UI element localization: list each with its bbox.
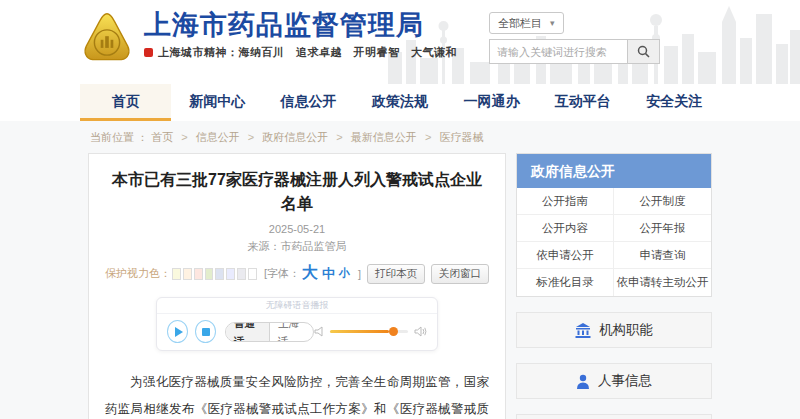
eye-color-swatch-4[interactable] [205,268,214,280]
site-header: 上海市药品监督管理局 上海城市精神：海纳百川 追求卓越 开明睿智 大气谦和 全部… [0,0,800,84]
breadcrumb-home[interactable]: 首页 [151,131,173,143]
eye-color-swatch-1[interactable] [172,268,181,280]
gov-info-panel-title: 政府信息公开 [517,154,711,188]
search-input[interactable] [489,39,627,64]
breadcrumb-separator: > [181,131,187,143]
close-window-button[interactable]: 关闭窗口 [431,264,489,284]
stop-icon [202,328,210,336]
volume-thumb[interactable] [389,327,398,336]
site-title: 上海市药品监督管理局 [144,10,457,40]
breadcrumb-prefix: 当前位置 ： [90,131,148,143]
sidebar-box-label: 人事信息 [598,372,652,390]
article-date: 2025-05-21 [105,223,489,235]
search-button[interactable] [627,39,660,64]
eye-color-swatch-6[interactable] [226,268,235,280]
red-square-icon [144,48,153,57]
sidebar-box-label: 机构职能 [599,321,653,339]
font-size-medium-button[interactable]: 中 [322,265,335,283]
gov-info-panel: 政府信息公开 公开指南 公开制度 公开内容 公开年报 依申请公开 申请查询 标准… [516,153,712,297]
volume-slider[interactable] [330,330,408,333]
breadcrumb-separator: > [425,131,431,143]
sidebar-box-personnel[interactable]: 人事信息 [516,363,712,399]
nav-item-one-stop[interactable]: 一网通办 [446,84,537,121]
volume-fill [330,330,389,333]
font-size-small-button[interactable]: 小 [339,266,350,281]
chevron-down-icon: ▾ [550,18,555,28]
breadcrumb: 当前位置 ： 首页 > 信息公开 > 政府信息公开 > 最新信息公开 > 医疗器… [88,121,712,153]
stop-button[interactable] [195,320,216,343]
sidebar-link-request-to-active[interactable]: 依申请转主动公开 [614,269,711,296]
font-size-label: [字体： [264,266,300,281]
font-size-large-button[interactable]: 大 [302,263,318,284]
nav-item-news[interactable]: 新闻中心 [171,84,262,121]
sidebar-link-open-content[interactable]: 公开内容 [517,215,614,242]
sidebar: 政府信息公开 公开指南 公开制度 公开内容 公开年报 依申请公开 申请查询 标准… [516,153,712,419]
audio-player: 无障碍语音播报 普通话 上海话 [156,297,438,351]
sidebar-link-annual-report[interactable]: 公开年报 [614,215,711,242]
language-shanghainese-button[interactable]: 上海话 [270,322,313,342]
eye-color-swatch-7[interactable] [237,268,246,280]
agency-logo [80,10,134,66]
sidebar-link-open-system[interactable]: 公开制度 [614,188,711,215]
search-category-select[interactable]: 全部栏目 ▾ [489,12,564,34]
eye-protect-label: 保护视力色： [105,266,171,281]
audio-player-caption: 无障碍语音播报 [157,298,437,314]
nav-item-home[interactable]: 首页 [80,84,171,121]
article-title: 本市已有三批77家医疗器械注册人列入警戒试点企业名单 [105,168,489,216]
sidebar-link-open-on-request[interactable]: 依申请公开 [517,242,614,269]
eye-color-swatch-8[interactable] [248,268,257,280]
sidebar-link-standard-catalog[interactable]: 标准化目录 [517,269,614,296]
play-icon [175,327,183,337]
main-area: 当前位置 ： 首页 > 信息公开 > 政府信息公开 > 最新信息公开 > 医疗器… [0,121,800,419]
person-icon [576,374,590,389]
gov-info-links: 公开指南 公开制度 公开内容 公开年报 依申请公开 申请查询 标准化目录 依申请… [517,188,711,296]
city-spirit-slogan: 上海城市精神：海纳百川 追求卓越 开明睿智 大气谦和 [158,45,457,60]
breadcrumb-separator: > [336,131,342,143]
sidebar-box-org-functions[interactable]: 机构职能 [516,312,712,348]
nav-item-info-disclosure[interactable]: 信息公开 [263,84,354,121]
sidebar-link-open-guide[interactable]: 公开指南 [517,188,614,215]
nav-item-policy[interactable]: 政策法规 [354,84,445,121]
breadcrumb-gov-info[interactable]: 政府信息公开 [262,131,328,143]
language-toggle: 普通话 上海话 [225,322,314,342]
sidebar-box-planning[interactable]: ¥ 规划计划（含政府采购） [516,414,712,419]
eye-color-swatch-5[interactable] [215,268,224,280]
article-toolbar: 保护视力色： [字体： 大 中 小 ] 打印本页 关闭窗口 [105,263,489,284]
language-mandarin-button[interactable]: 普通话 [226,322,270,342]
breadcrumb-info-disclosure[interactable]: 信息公开 [196,131,240,143]
article-body: 为强化医疗器械质量安全风险防控，完善全生命周期监管，国家药监局相继发布《医疗器械… [105,369,489,419]
print-page-button[interactable]: 打印本页 [367,264,425,284]
header-search: 全部栏目 ▾ [489,12,660,64]
eye-color-swatch-2[interactable] [183,268,192,280]
article-source: 来源：市药品监管局 [105,239,489,254]
main-nav: 首页 新闻中心 信息公开 政策法规 一网通办 互动平台 安全关注 [80,84,720,121]
search-category-value: 全部栏目 [498,16,542,31]
article-panel: 本市已有三批77家医疗器械注册人列入警戒试点企业名单 2025-05-21 来源… [88,153,506,419]
volume-high-icon [414,326,427,337]
bank-icon [575,323,591,338]
magnifier-icon [637,45,650,58]
volume-low-icon [314,326,324,337]
breadcrumb-latest-info[interactable]: 最新信息公开 [351,131,417,143]
nav-item-safety[interactable]: 安全关注 [629,84,720,121]
nav-item-interaction[interactable]: 互动平台 [537,84,628,121]
breadcrumb-separator: > [248,131,254,143]
volume-control [314,326,427,337]
font-size-label-end: ] [358,268,361,280]
eye-color-swatch-3[interactable] [194,268,203,280]
play-button[interactable] [167,320,188,343]
sidebar-link-request-query[interactable]: 申请查询 [614,242,711,269]
breadcrumb-medical-devices[interactable]: 医疗器械 [439,131,483,143]
